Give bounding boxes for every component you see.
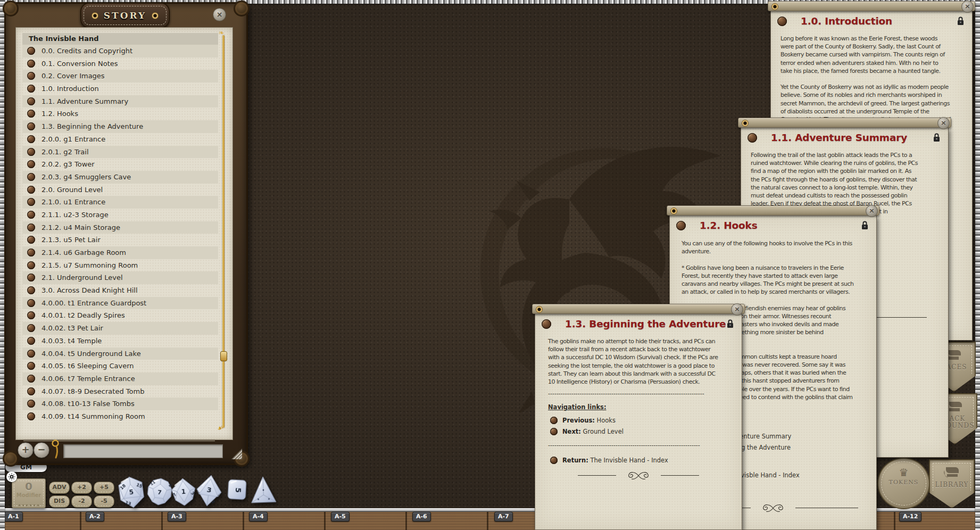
hotkey-slot-a5[interactable]: A-5 xyxy=(331,512,350,521)
link-bullet-icon[interactable] xyxy=(27,198,35,206)
link-bullet-icon[interactable] xyxy=(550,457,558,464)
link-bullet-icon[interactable] xyxy=(27,160,35,168)
window-title-bar[interactable]: × xyxy=(768,1,975,11)
story-list-item[interactable]: 2.0.2. g3 Tower xyxy=(22,158,218,171)
hotkey-slot-a2[interactable]: A-2 xyxy=(86,512,104,521)
link-bullet-icon[interactable] xyxy=(676,221,686,230)
link-bullet-icon[interactable] xyxy=(27,85,35,93)
link-bullet-icon[interactable] xyxy=(27,350,35,358)
link-bullet-icon[interactable] xyxy=(27,211,35,219)
link-bullet-icon[interactable] xyxy=(27,135,35,143)
scrollbar-thumb[interactable] xyxy=(220,351,227,361)
link-bullet-icon[interactable] xyxy=(27,362,35,370)
story-list-item[interactable]: 4.0.07. t8-9 Desecrated Tomb xyxy=(22,385,218,398)
story-window-title-plaque[interactable]: STORY xyxy=(80,3,170,28)
remove-entry-button[interactable]: − xyxy=(34,442,49,458)
story-list-item[interactable]: 1.1. Adventure Summary xyxy=(22,95,218,108)
d4-die[interactable] xyxy=(250,475,277,506)
story-list-item[interactable]: 4.0.09. t14 Summoning Room xyxy=(22,410,218,423)
d6-die[interactable]: 5 xyxy=(227,477,248,502)
link-bullet-icon[interactable] xyxy=(27,60,35,68)
link-bullet-icon[interactable] xyxy=(27,311,35,319)
link-bullet-icon[interactable] xyxy=(27,375,35,383)
disadvantage-button[interactable]: DIS xyxy=(49,495,70,508)
link-bullet-icon[interactable] xyxy=(27,223,35,231)
plus5-button[interactable]: +5 xyxy=(94,482,114,494)
link-bullet-icon[interactable] xyxy=(27,72,35,80)
story-list-item[interactable]: 1.3. Beginning the Adventure xyxy=(22,120,218,133)
close-icon[interactable]: × xyxy=(731,303,743,316)
link-bullet-icon[interactable] xyxy=(27,286,35,294)
story-list-item[interactable]: 0.2. Cover Images xyxy=(22,70,218,82)
lock-icon[interactable] xyxy=(933,132,941,144)
story-list-item[interactable]: 4.0.05. t6 Sleeping Cavern xyxy=(22,360,218,372)
story-list-item[interactable]: 2.1.1. u2-3 Storage xyxy=(22,209,218,221)
story-list-item[interactable]: 0.1. Conversion Notes xyxy=(22,57,218,70)
d12-die[interactable]: 7 11 2 xyxy=(146,477,173,507)
link-bullet-icon[interactable] xyxy=(542,319,551,329)
lock-icon[interactable] xyxy=(957,16,965,28)
add-entry-button[interactable]: + xyxy=(18,442,34,458)
sidebar-button-tokens[interactable]: ♛ TOKENS xyxy=(877,458,930,509)
link-bullet-icon[interactable] xyxy=(27,148,35,156)
window-title-bar[interactable]: × xyxy=(667,205,879,216)
gear-icon[interactable] xyxy=(6,471,17,482)
story-list-item[interactable]: 2.1.4. u6 Garbage Room xyxy=(22,246,218,259)
link-bullet-icon[interactable] xyxy=(27,47,35,55)
story-list-item[interactable]: 0.0. Credits and Copyright xyxy=(22,45,218,57)
hotkey-slot-a6[interactable]: A-6 xyxy=(412,512,431,521)
story-window[interactable]: STORY × The Invisble Hand 0.0. Credits a… xyxy=(4,2,248,465)
d20-die[interactable]: 5 18 15 13 xyxy=(115,475,147,510)
story-list-item[interactable]: 1.0. Introduction xyxy=(22,82,218,95)
lock-icon[interactable] xyxy=(726,319,734,330)
story-list-item[interactable]: 4.0.00. t1 Entrance Guardpost xyxy=(22,297,218,310)
hotkey-slot-a3[interactable]: A-3 xyxy=(168,512,186,521)
hotkey-slot-a1[interactable]: A-1 xyxy=(4,512,23,521)
story-list-item[interactable]: 3.0. Across Dead Knight Hill xyxy=(22,284,218,297)
story-list-item[interactable]: 2.0.0. g1 Entrance xyxy=(22,133,218,146)
minus5-button[interactable]: -5 xyxy=(94,495,114,508)
resize-grip[interactable] xyxy=(231,449,242,459)
window-title-bar[interactable]: × xyxy=(532,304,745,314)
link-bullet-icon[interactable] xyxy=(27,324,35,332)
link-bullet-icon[interactable] xyxy=(550,428,558,435)
close-icon[interactable]: × xyxy=(213,8,226,21)
close-icon[interactable]: × xyxy=(937,117,950,129)
minus2-button[interactable]: -2 xyxy=(71,495,92,508)
link-bullet-icon[interactable] xyxy=(27,249,35,256)
story-list-item[interactable]: 4.0.03. t4 Temple xyxy=(22,335,218,347)
story-list-item[interactable]: 2.1.0. u1 Entrance xyxy=(22,196,218,209)
hotkey-slot-a4[interactable]: A-4 xyxy=(249,512,268,521)
hotkey-slot-a7[interactable]: A-7 xyxy=(494,512,513,521)
story-list-item[interactable]: 2.0.1. g2 Trail xyxy=(22,146,218,159)
link-bullet-icon[interactable] xyxy=(27,110,35,118)
d10-die[interactable]: 1 7 3 xyxy=(170,477,197,507)
link-bullet-icon[interactable] xyxy=(27,274,35,281)
link-bullet-icon[interactable] xyxy=(748,133,757,143)
plus2-button[interactable]: +2 xyxy=(71,482,92,494)
link-bullet-icon[interactable] xyxy=(27,236,35,244)
story-list-item[interactable]: 4.0.01. t2 Deadly Spires xyxy=(22,309,218,322)
search-input[interactable] xyxy=(63,444,223,458)
link-bullet-icon[interactable] xyxy=(27,97,35,105)
window-title-bar[interactable]: × xyxy=(738,118,951,128)
story-list-item[interactable]: 4.0.06. t7 Temple Entrance xyxy=(22,372,218,385)
d8-die[interactable]: 3 2 xyxy=(194,473,224,508)
nav-link-next[interactable]: Next: Ground Level xyxy=(550,428,624,435)
close-icon[interactable]: × xyxy=(866,205,878,217)
story-list-item[interactable]: 2.1.2. u4 Main Storage xyxy=(22,221,218,234)
nav-link-return[interactable]: Return: The Invisble Hand - Index xyxy=(550,457,668,464)
story-list-item[interactable]: 2.0. Ground Level xyxy=(22,184,218,196)
nav-link-previous[interactable]: Previous: Hooks xyxy=(550,417,616,424)
story-list-item[interactable]: 4.0.04. t5 Underground Lake xyxy=(22,347,218,360)
story-list-item[interactable]: 2.0.3. g4 Smugglers Cave xyxy=(22,171,218,184)
story-list-item[interactable]: 2.1. Underground Level xyxy=(22,271,218,284)
link-bullet-icon[interactable] xyxy=(27,261,35,269)
story-list-item[interactable]: 1.2. Hooks xyxy=(22,107,218,120)
link-bullet-icon[interactable] xyxy=(27,173,35,181)
story-entry-window-beginning-the-adventure[interactable]: 1.3. Beginning the Adventure The goblins… xyxy=(532,304,745,530)
link-bullet-icon[interactable] xyxy=(27,186,35,194)
link-bullet-icon[interactable] xyxy=(27,387,35,395)
link-bullet-icon[interactable] xyxy=(27,299,35,307)
lock-icon[interactable] xyxy=(861,220,869,232)
